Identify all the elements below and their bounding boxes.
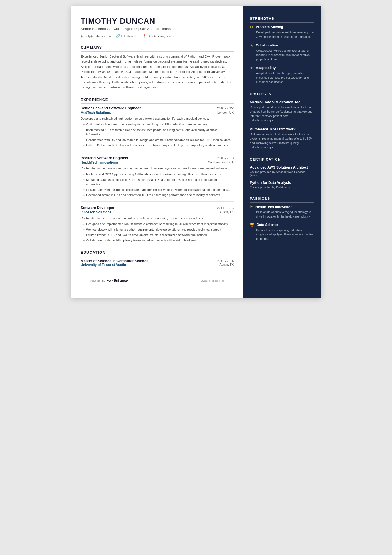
bullet-item: Implemented APIs to fetch billions of pa…: [83, 128, 234, 137]
strength-icon-2: ★: [250, 43, 254, 48]
bullet-item: Collaborated with multidisciplinary team…: [83, 238, 234, 243]
passions-title: PASSIONS: [250, 197, 314, 203]
experience-title: EXPERIENCE: [81, 98, 234, 104]
projects-section: PROJECTS Medical Data Visualization Tool…: [250, 92, 314, 150]
bullet-item: Collaborated with electronic healthcare …: [83, 188, 234, 192]
edu-item-1: Master of Science in Computer Science 20…: [81, 259, 234, 267]
edu-school-1: University of Texas at Austin: [81, 263, 126, 267]
job-dates-3: 2014 - 2016: [217, 206, 234, 209]
bullet-item: Optimized architecture of backend system…: [83, 122, 234, 127]
project-item-2: Automated Test Framework Built an automa…: [250, 127, 314, 150]
edu-school-row-1: University of Texas at Austin Austin, TX: [81, 263, 234, 267]
candidate-name: TIMOTHY DUNCAN: [81, 17, 234, 26]
edu-location-1: Austin, TX: [219, 263, 234, 267]
passions-section: PASSIONS ⚑ HealthTech Innovation Passion…: [250, 197, 314, 241]
job-role-3: Software Developer: [81, 206, 114, 210]
exp-divider: [81, 201, 234, 202]
job-item-1: Senior Backend Software Engineer 2018 - …: [81, 106, 234, 148]
passion-item-2: 🏆 Data Science Keen interest in explorin…: [250, 223, 314, 241]
email-value: help@enhancv.com: [85, 34, 112, 38]
linkedin-icon: 🔗: [116, 34, 120, 38]
header-contacts: @ help@enhancv.com 🔗 linkedin.com 📍 San …: [81, 34, 234, 38]
job-dates-2: 2016 - 2018: [217, 156, 234, 160]
project-title-2: Automated Test Framework: [250, 127, 314, 131]
job-company-1: MedTech Solutions: [81, 111, 111, 115]
strength-title-row-1: ⚙ Problem Solving: [250, 25, 314, 29]
location-contact: 📍 San Antonio, Texas: [143, 34, 174, 38]
job-item-2: Backend Software Engineer 2016 - 2018 He…: [81, 156, 234, 198]
strength-title-1: Problem Solving: [256, 25, 283, 29]
job-company-row-1: MedTech Solutions London, UK: [81, 111, 234, 115]
job-role-1: Senior Backend Software Engineer: [81, 106, 141, 110]
cert-provider-1: Course provided by Amazon Web Services (…: [250, 170, 314, 177]
strength-item-3: ★ Adaptability Adapted quickly to changi…: [250, 66, 314, 84]
footer-website: www.enhancv.com: [201, 279, 224, 282]
strengths-section: STRENGTHS ⚙ Problem Solving Developed in…: [250, 17, 314, 84]
passion-title-2: Data Science: [257, 223, 278, 227]
projects-title: PROJECTS: [250, 92, 314, 98]
strength-item-1: ⚙ Problem Solving Developed innovative s…: [250, 25, 314, 39]
summary-text: Experienced Senior Backend Software Engi…: [81, 54, 234, 90]
passion-icon-1: ⚑: [250, 205, 253, 209]
passion-icon-2: 🏆: [250, 223, 254, 227]
passion-desc-1: Passionate about leveraging technology t…: [250, 210, 314, 219]
cert-item-1: Advanced AWS Solutions Architect Course …: [250, 166, 314, 177]
job-company-3: InnoTech Solutions: [81, 210, 111, 214]
passion-desc-2: Keen interest in exploring data-driven i…: [250, 228, 314, 241]
job-header-1: Senior Backend Software Engineer 2018 - …: [81, 106, 234, 110]
strength-title-row-3: ★ Adaptability: [250, 66, 314, 70]
education-title: EDUCATION: [81, 250, 234, 256]
bullet-item: Designed and implemented robust software…: [83, 222, 234, 226]
job-bullets-1: Optimized architecture of backend system…: [81, 122, 234, 148]
job-dates-1: 2018 - 2022: [217, 107, 234, 110]
bullet-item: Worked closely with clients to gather re…: [83, 227, 234, 232]
strength-desc-2: Collaborated with cross-functional teams…: [250, 49, 314, 62]
enhancv-logo: Enhancv: [107, 279, 128, 283]
main-content: TIMOTHY DUNCAN Senior Backend Software E…: [71, 6, 321, 298]
left-column: TIMOTHY DUNCAN Senior Backend Software E…: [71, 6, 243, 298]
strength-desc-3: Adapted quickly to changing priorities, …: [250, 71, 314, 84]
edu-dates-1: 2012 - 2014: [217, 259, 234, 263]
bullet-item: Utilized Python and C++ to develop advan…: [83, 143, 234, 148]
job-company-row-3: InnoTech Solutions Austin, TX: [81, 210, 234, 214]
linkedin-value: linkedin.com: [121, 34, 138, 38]
bullet-item: Managed databases including Postgres, Ti…: [83, 177, 234, 187]
project-desc-2: Built an automated test framework for ba…: [250, 132, 314, 150]
cert-item-2: Python for Data Analysis Course provided…: [250, 181, 314, 189]
strength-title-2: Collaboration: [256, 43, 278, 47]
project-item-1: Medical Data Visualization Tool Develope…: [250, 100, 314, 123]
left-body: TIMOTHY DUNCAN Senior Backend Software E…: [81, 17, 234, 267]
strength-desc-1: Developed innovative solutions resulting…: [250, 30, 314, 39]
project-desc-1: Developed a medical data visualization t…: [250, 105, 314, 123]
linkedin-contact: 🔗 linkedin.com: [116, 34, 138, 38]
education-section: EDUCATION Master of Science in Computer …: [81, 250, 234, 267]
strength-icon-1: ⚙: [250, 25, 254, 29]
footer-left: Powered by Enhancv: [90, 279, 128, 283]
location-value: San Antonio, Texas: [148, 34, 174, 38]
right-column: STRENGTHS ⚙ Problem Solving Developed in…: [243, 6, 321, 298]
job-company-2: HealthTech Innovations: [81, 161, 118, 164]
job-desc-1: Developed and maintained high-performanc…: [81, 116, 234, 121]
strength-title-3: Adaptability: [256, 66, 276, 70]
certification-title: CERTIFICATION: [250, 157, 314, 163]
job-location-3: Austin, TX: [219, 210, 234, 214]
job-role-2: Backend Software Engineer: [81, 156, 128, 160]
edu-degree-1: Master of Science in Computer Science: [81, 259, 148, 263]
strength-item-2: ★ Collaboration Collaborated with cross-…: [250, 43, 314, 62]
bullet-item: Developed scalable APIs and performed TD…: [83, 193, 234, 198]
job-bullets-3: Designed and implemented robust software…: [81, 222, 234, 243]
cert-title-1: Advanced AWS Solutions Architect: [250, 166, 314, 169]
bullet-item: Collaborated with US and UK teams to des…: [83, 138, 234, 142]
candidate-title: Senior Backend Software Engineer | San A…: [81, 27, 234, 31]
brand-name: Enhancv: [114, 279, 128, 283]
bullet-item: Utilized Python, C++, and SQL to develop…: [83, 233, 234, 237]
resume-container: TIMOTHY DUNCAN Senior Backend Software E…: [71, 6, 321, 298]
job-bullets-2: Implemented CI/CD pipelines using GitHub…: [81, 172, 234, 198]
bullet-item: Implemented CI/CD pipelines using GitHub…: [83, 172, 234, 177]
job-item-3: Software Developer 2014 - 2016 InnoTech …: [81, 206, 234, 243]
resume-wrapper: TIMOTHY DUNCAN Senior Backend Software E…: [71, 6, 321, 298]
job-desc-3: Contributed to the development of softwa…: [81, 216, 234, 221]
enhancv-logo-icon: [107, 279, 113, 283]
summary-section: SUMMARY Experienced Senior Backend Softw…: [81, 46, 234, 90]
powered-by-label: Powered by: [90, 279, 105, 282]
